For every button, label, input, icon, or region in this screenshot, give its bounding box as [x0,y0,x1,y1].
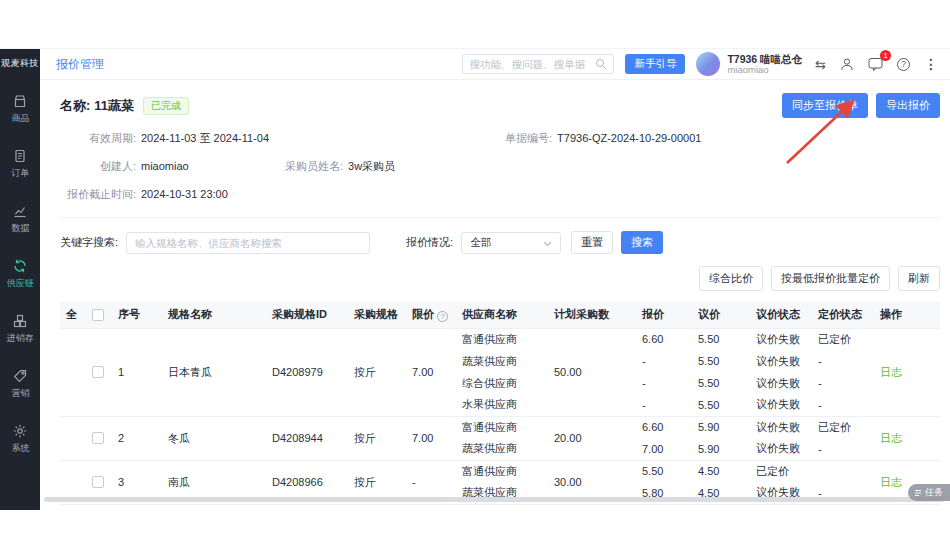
field-valid-period: 有效周期:2024-11-03 至 2024-11-04 [60,131,505,146]
cell-quote: 6.60 [636,328,692,350]
cell-expand [60,416,86,460]
app-window: 观麦科技 商品 订单 数据 [0,48,950,510]
log-link[interactable]: 日志 [880,366,902,378]
header-spec-id: 采购规格ID [266,302,348,328]
guide-button[interactable]: 新手引导 [625,54,685,74]
orders-icon [12,148,28,164]
content-column: 报价管理 新手引导 T7936 喵喵总仓 miaomiao ⇆ [40,49,950,510]
cell-nego-status: 已定价 [750,460,812,482]
row-checkbox[interactable] [92,366,104,378]
sidebar: 观麦科技 商品 订单 数据 [0,49,40,510]
header-limit-price: 限价? [406,302,456,328]
sidebar-item-goods[interactable]: 商品 [6,93,35,125]
cell-nego: 4.50 [692,460,750,482]
quote-status-label: 报价情况: [406,235,453,250]
user-block: T7936 喵喵总仓 miaomiao [727,53,802,76]
message-badge: 1 [880,50,891,61]
info-row: 有效周期:2024-11-03 至 2024-11-04 单据编号:T7936-… [60,131,940,146]
cell-checkbox [86,328,112,416]
contacts-icon[interactable] [840,57,854,71]
sidebar-item-data[interactable]: 数据 [6,203,35,235]
cell-nego-status: 议价失败 [750,328,812,350]
cell-spec-name: 冬瓜 [162,416,266,460]
inventory-icon [12,313,28,329]
cell-nego: 5.50 [692,372,750,394]
cell-nego: 5.90 [692,416,750,438]
sidebar-item-inventory[interactable]: 进销存 [6,313,35,345]
header-nego: 议价 [692,302,750,328]
cell-nego-status: 议价失败 [750,416,812,438]
reset-button[interactable]: 重置 [571,231,613,254]
top-icons: ⇆ 1 ? ⋮ [815,57,938,71]
header-spec-name: 规格名称 [162,302,266,328]
header-quote: 报价 [636,302,692,328]
cell-quote: - [636,350,692,372]
title-actions: 同步至报价单 导出报价 [782,93,940,118]
cell-spec-id: D4208979 [266,328,348,416]
header-checkbox [86,302,112,328]
export-quote-button[interactable]: 导出报价 [876,93,940,118]
header-select-all: 全 [60,302,86,328]
batch-price-button[interactable]: 按最低报价批量定价 [771,266,890,291]
sidebar-item-system[interactable]: 系统 [6,423,35,455]
avatar[interactable] [696,52,720,76]
cell-price-status: 已定价 [812,328,874,350]
cell-expand [60,328,86,416]
cell-nego: 5.50 [692,328,750,350]
search-button[interactable]: 搜索 [621,231,663,254]
sidebar-item-supply-chain[interactable]: 供应链 [6,258,35,290]
cell-checkbox [86,416,112,460]
sync-quote-button[interactable]: 同步至报价单 [782,93,868,118]
cell-supplier: 蔬菜供应商 [456,350,548,372]
cell-nego-status: 议价失败 [750,394,812,416]
sidebar-item-marketing[interactable]: 营销 [6,368,35,400]
keyword-label: 关键字搜索: [60,235,118,250]
header-plan-qty: 计划采购数 [548,302,636,328]
select-all-checkbox[interactable] [92,309,104,321]
top-bar: 报价管理 新手引导 T7936 喵喵总仓 miaomiao ⇆ [40,49,950,80]
cell-quote: 7.00 [636,438,692,460]
page-tab-label[interactable]: 报价管理 [56,56,104,73]
cell-action: 日志 [874,416,940,460]
cell-supplier: 水果供应商 [456,394,548,416]
cell-price-status: - [812,394,874,416]
switch-icon[interactable]: ⇆ [815,58,826,71]
search-icon[interactable] [595,58,607,70]
tag-icon [12,368,28,384]
row-checkbox[interactable] [92,432,104,444]
more-icon[interactable]: ⋮ [924,57,938,71]
cell-price-status [812,460,874,482]
search-input[interactable] [469,58,591,70]
info-icon[interactable]: ? [437,311,448,322]
cell-supplier: 富通供应商 [456,416,548,438]
header-price-status: 定价状态 [812,302,874,328]
log-link[interactable]: 日志 [880,476,902,488]
sidebar-item-label: 营销 [11,387,29,399]
sidebar-item-orders[interactable]: 订单 [6,148,35,180]
cell-nego: 5.50 [692,350,750,372]
keyword-input[interactable] [126,232,370,254]
sidebar-item-label: 订单 [11,167,29,179]
message-icon[interactable]: 1 [868,57,883,71]
help-icon[interactable]: ? [897,58,910,71]
task-icon [914,489,922,497]
row-checkbox[interactable] [92,476,104,488]
cell-nego: 5.90 [692,438,750,460]
cell-quote: 6.60 [636,416,692,438]
table-row: 2 冬瓜 D4208944 按斤 7.00 富通供应商 20.00 6.60 5… [60,416,940,438]
cell-price-status: 已定价 [812,416,874,438]
cell-purchase-spec: 按斤 [348,416,406,460]
horizontal-scrollbar[interactable] [44,497,944,502]
cell-quote: 5.50 [636,460,692,482]
sheet-name-value: 11蔬菜 [94,97,134,115]
header-supplier: 供应商名称 [456,302,548,328]
quote-status-select[interactable]: 全部 [461,232,561,254]
log-link[interactable]: 日志 [880,432,902,444]
cell-limit-price: 7.00 [406,328,456,416]
header-seq: 序号 [112,302,162,328]
refresh-button[interactable]: 刷新 [898,266,940,291]
header-purchase-spec: 采购规格 [348,302,406,328]
task-tab[interactable]: 任务 [908,484,950,501]
compare-button[interactable]: 综合比价 [699,266,763,291]
cell-nego-status: 议价失败 [750,372,812,394]
